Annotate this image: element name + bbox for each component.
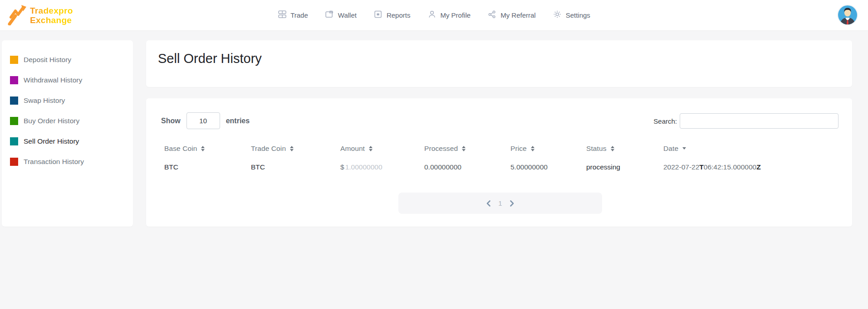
sidebar-item-label: Deposit History (24, 56, 71, 64)
sell-order-table: Base Coin Trade Coin Amount Processed Pr… (158, 140, 840, 178)
sidebar-item-transaction-history[interactable]: Transaction History (2, 151, 133, 172)
history-sidebar: Deposit History Withdrawal History Swap … (2, 40, 133, 227)
sidebar-item-sell-order-history[interactable]: Sell Order History (2, 131, 133, 151)
sort-icon[interactable] (531, 146, 535, 151)
sidebar-item-deposit-history[interactable]: Deposit History (2, 49, 133, 70)
nav-item-reports[interactable]: Reports (374, 10, 411, 20)
column-header-processed[interactable]: Processed (418, 140, 504, 156)
brand-arrow-icon (6, 4, 27, 27)
withdrawal-color-swatch-icon (10, 76, 18, 84)
cell-base-coin: BTC (158, 156, 245, 178)
sidebar-item-withdrawal-history[interactable]: Withdrawal History (2, 70, 133, 90)
brand-logo[interactable]: Tradexpro Exchange (6, 4, 73, 27)
reports-icon (374, 10, 383, 20)
cell-status: processing (580, 156, 657, 178)
pagination-bar: 1 (398, 193, 602, 214)
show-label: Show (161, 117, 181, 125)
nav-label-trade: Trade (290, 11, 308, 19)
search-input[interactable] (680, 113, 839, 129)
table-header-row: Base Coin Trade Coin Amount Processed Pr… (158, 140, 840, 156)
sidebar-item-label: Sell Order History (24, 137, 79, 145)
next-page-chevron-icon[interactable] (509, 200, 515, 207)
previous-page-chevron-icon[interactable] (485, 200, 492, 207)
main-nav: Trade Wallet Reports (278, 0, 590, 30)
sort-icon[interactable] (201, 146, 205, 151)
sidebar-item-label: Transaction History (24, 158, 84, 166)
nav-item-my-referral[interactable]: My Referral (488, 10, 536, 20)
buy-order-color-swatch-icon (10, 117, 18, 125)
sidebar-item-label: Swap History (24, 97, 65, 105)
current-page-number[interactable]: 1 (498, 199, 502, 207)
nav-label-settings: Settings (566, 11, 590, 19)
sort-icon[interactable] (290, 146, 294, 151)
settings-icon (553, 10, 562, 20)
nav-label-my-profile: My Profile (440, 11, 471, 19)
column-header-price[interactable]: Price (504, 140, 580, 156)
column-header-base-coin[interactable]: Base Coin (158, 140, 245, 156)
sidebar-item-swap-history[interactable]: Swap History (2, 90, 133, 111)
top-header: Tradexpro Exchange Trade Wallet (0, 0, 868, 30)
column-header-date[interactable]: Date (657, 140, 840, 156)
sidebar-item-buy-order-history[interactable]: Buy Order History (2, 111, 133, 131)
column-header-status[interactable]: Status (580, 140, 657, 156)
sort-desc-icon[interactable] (682, 147, 686, 150)
sell-order-color-swatch-icon (10, 137, 18, 145)
user-avatar[interactable] (837, 5, 858, 25)
transaction-color-swatch-icon (10, 158, 18, 166)
referral-icon (488, 10, 496, 20)
table-search-control: Search: (653, 113, 839, 129)
sort-icon[interactable] (611, 146, 614, 151)
trade-grid-icon (278, 10, 286, 20)
cell-amount: $ 1.00000000 (334, 156, 418, 178)
profile-icon (427, 10, 436, 20)
entries-label: entries (226, 117, 250, 125)
nav-item-my-profile[interactable]: My Profile (427, 10, 471, 20)
nav-label-my-referral: My Referral (500, 11, 536, 19)
sort-icon[interactable] (462, 146, 466, 151)
nav-item-settings[interactable]: Settings (553, 10, 590, 20)
sort-icon[interactable] (369, 146, 373, 151)
column-header-trade-coin[interactable]: Trade Coin (245, 140, 334, 156)
page-title-card: Sell Order History (146, 40, 852, 87)
nav-item-wallet[interactable]: Wallet (325, 10, 357, 20)
nav-label-wallet: Wallet (338, 11, 357, 19)
cell-processed: 0.00000000 (418, 156, 504, 178)
show-entries-control: Show entries (161, 112, 250, 129)
entries-count-input[interactable] (186, 112, 220, 129)
table-row[interactable]: BTC BTC $ 1.00000000 0.00000000 5.000000… (158, 156, 840, 178)
swap-color-swatch-icon (10, 97, 18, 105)
cell-price: 5.00000000 (504, 156, 580, 178)
column-header-amount[interactable]: Amount (334, 140, 418, 156)
page-title: Sell Order History (146, 40, 852, 66)
search-label: Search: (653, 117, 677, 125)
cell-trade-coin: BTC (245, 156, 334, 178)
cell-date: 2022-07-22T06:42:15.000000Z (657, 156, 840, 178)
nav-item-trade[interactable]: Trade (278, 10, 308, 20)
nav-label-reports: Reports (387, 11, 411, 19)
deposit-color-swatch-icon (10, 56, 18, 64)
sell-order-table-card: Show entries Search: Base Coin Trade Coi… (146, 98, 852, 227)
sidebar-item-label: Withdrawal History (24, 76, 82, 84)
wallet-icon (325, 10, 334, 20)
brand-name: Tradexpro Exchange (30, 6, 73, 25)
sidebar-item-label: Buy Order History (24, 117, 79, 125)
